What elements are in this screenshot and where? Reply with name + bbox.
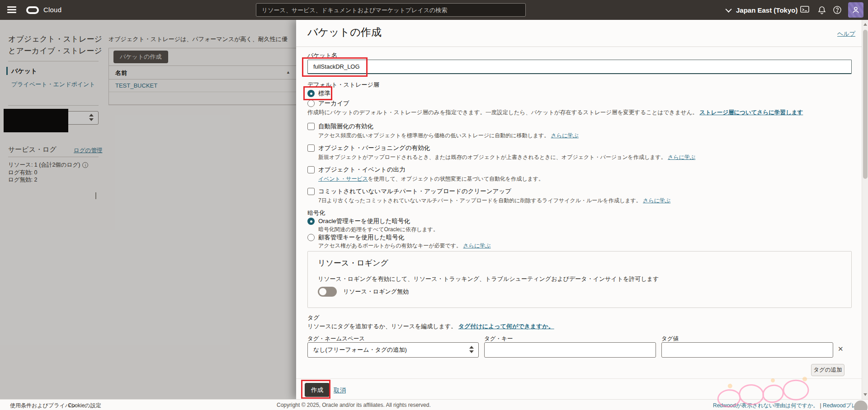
tags-label: タグ (307, 314, 320, 322)
annotation-bucket-name (302, 57, 368, 77)
tag-namespace-label: タグ・ネームスペース (307, 335, 365, 343)
global-search-input[interactable] (256, 3, 526, 17)
topbar: Cloud Japan East (Tokyo) (0, 0, 868, 20)
oracle-managed-keys-desc: 暗号化関連の処理をすべてOracleに依存します。 (318, 226, 439, 233)
resource-logging-toggle[interactable] (318, 287, 337, 297)
help-link[interactable]: ヘルプ (837, 30, 855, 38)
redwood-links: Redwoodが表示されない理由は何ですか。 | Redwoodプレビュー (713, 402, 868, 410)
multipart-cleanup-desc: 7日より古くなったコミットされていないマルチパート・アップロードを自動的に削除す… (318, 197, 670, 205)
checkbox-auto-tiering[interactable]: 自動階層化の有効化 (307, 122, 373, 130)
auto-tiering-desc: アクセス頻度の低いオブジェクトを標準層から価格の低いストレージに自動的に移動しま… (318, 132, 579, 140)
oci-console: オブジェクト・ストレージとアーカイブ・ストレージ バケット プライベート・エンド… (0, 0, 868, 410)
emit-events-desc: イベント・サービスを使用して、オブジェクトの状態変更に基づいて自動化を作成します… (318, 175, 544, 183)
learn-more-link[interactable]: さらに学ぶ (551, 132, 579, 139)
checkbox-object-versioning[interactable]: オブジェクト・バージョニングの有効化 (307, 144, 430, 152)
checkbox-icon[interactable] (307, 166, 315, 173)
copyright-text: Copyright © 2025, Oracle and/or its affi… (277, 402, 431, 408)
redwood-question-link[interactable]: Redwoodが表示されない理由は何ですか。 (713, 402, 818, 409)
notifications-bell-icon[interactable] (816, 5, 827, 15)
encryption-label: 暗号化 (307, 209, 325, 217)
divider (296, 47, 862, 47)
cookie-settings-link[interactable]: Cookieの設定 (68, 402, 101, 410)
create-bucket-drawer: バケットの作成 ヘルプ バケット名 デフォルト・ストレージ層 標準 アーカイブ … (296, 20, 862, 399)
hamburger-menu-icon[interactable] (7, 6, 16, 13)
resource-logging-toggle-label: リソース・ロギング無効 (343, 288, 409, 296)
chevron-updown-icon (469, 346, 475, 355)
add-tag-button[interactable]: タグの追加 (811, 364, 844, 376)
checkbox-emit-events[interactable]: オブジェクト・イベントの出力 (307, 166, 405, 174)
bucket-name-input[interactable] (307, 60, 852, 74)
divider (296, 378, 862, 379)
radio-selected-icon[interactable] (307, 218, 315, 225)
learn-more-link[interactable]: さらに学ぶ (668, 154, 695, 160)
resource-logging-section: リソース・ロギング リソース・ロギングを有効にして、リソース・トラッキング、トラ… (307, 251, 852, 308)
modal-dim-overlay (0, 20, 296, 399)
oracle-logo-icon[interactable] (26, 6, 39, 14)
tagging-learn-link[interactable]: タグ付けによって何ができますか。 (458, 323, 554, 330)
profile-avatar[interactable] (848, 2, 863, 18)
radio-icon[interactable] (307, 234, 315, 241)
tag-value-label: タグ値 (661, 335, 679, 343)
region-name: Japan East (Tokyo) (736, 6, 797, 14)
brand-title: Cloud (43, 6, 61, 14)
scroll-up-icon[interactable] (863, 23, 867, 26)
scroll-down-icon[interactable] (863, 393, 867, 396)
page-footer: 使用条件およびプライバシ Cookieの設定 Copyright © 2025,… (0, 399, 868, 410)
chevron-down-icon (726, 6, 732, 13)
region-selector[interactable]: Japan East (Tokyo) (727, 0, 797, 20)
radio-icon[interactable] (307, 100, 315, 107)
annotation-create-button (301, 380, 330, 399)
checkbox-multipart-cleanup[interactable]: コミットされていないマルチパート・アップロードのクリーンアップ (307, 187, 511, 196)
learn-more-link[interactable]: さらに学ぶ (463, 242, 491, 249)
cancel-link[interactable]: 取消 (334, 387, 346, 395)
drawer-title: バケットの作成 (307, 25, 382, 39)
tags-desc: リソースにタグを追加するか、リソースを編成します。 タグ付けによって何ができます… (307, 322, 554, 331)
learn-more-link[interactable]: さらに学ぶ (643, 197, 670, 204)
tag-namespace-select[interactable]: なし(フリーフォーム・タグの追加) (307, 342, 479, 358)
checkbox-icon[interactable] (307, 123, 315, 130)
vertical-scrollbar[interactable] (862, 20, 868, 399)
radio-tier-archive[interactable]: アーカイブ (307, 99, 349, 107)
radio-customer-managed-keys[interactable]: 顧客管理キーを使用した暗号化 (307, 233, 404, 242)
remove-tag-icon[interactable]: ✕ (838, 345, 844, 353)
resource-logging-title: リソース・ロギング (318, 258, 388, 268)
checkbox-icon[interactable] (307, 188, 315, 195)
resource-logging-desc: リソース・ロギングを有効にして、リソース・トラッキング、トラブルシューティングお… (318, 275, 659, 283)
events-service-link[interactable]: イベント・サービス (318, 176, 368, 182)
checkbox-icon[interactable] (307, 144, 315, 152)
resource-logging-toggle-row: リソース・ロギング無効 (318, 287, 409, 297)
tag-value-input[interactable] (661, 342, 833, 358)
terms-privacy-link[interactable]: 使用条件およびプライバシ (10, 402, 76, 410)
storage-tier-learn-link[interactable]: ストレージ層についてさらに学習します (699, 109, 803, 116)
annotation-standard-tier (303, 86, 332, 100)
scrollbar-thumb[interactable] (863, 30, 868, 179)
cloud-shell-icon[interactable] (799, 5, 810, 15)
radio-oracle-managed-keys[interactable]: Oracle管理キーを使用した暗号化 (307, 217, 410, 225)
tag-key-input[interactable] (484, 342, 656, 358)
tag-key-label: タグ・キー (484, 335, 513, 343)
storage-tier-note: 作成時にバケットのデフォルト・ストレージ層のみを指定できます。一度設定したら、バ… (307, 109, 803, 116)
help-icon[interactable] (832, 5, 843, 15)
customer-managed-keys-desc: アクセス権があるボールトからの有効なキーが必要です。 さらに学ぶ (318, 242, 491, 250)
object-versioning-desc: 新規オブジェクトがアップロードされるとき、または既存のオブジェクトが上書きされる… (318, 154, 695, 161)
